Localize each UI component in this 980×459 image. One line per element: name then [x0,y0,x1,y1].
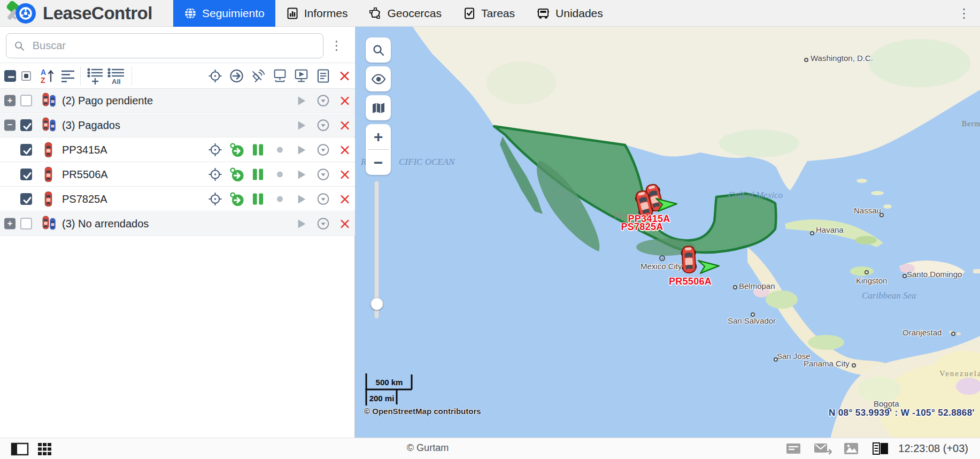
map-search-button[interactable] [366,37,391,63]
tab-label: Tareas [481,7,515,20]
selection-mode-checkbox[interactable] [21,71,31,81]
app-title: LeaseControl [43,3,152,24]
unit-marker-pr5506a[interactable] [681,246,697,273]
unit-menu-icon[interactable] [316,167,330,182]
ca-green-patch [766,290,798,309]
media-icon[interactable] [844,442,859,455]
unit-row[interactable]: PS7825A [0,187,355,211]
search-input[interactable] [32,39,315,52]
tab-unidades[interactable]: Unidades [526,0,614,27]
remove-unit-icon[interactable] [337,192,352,206]
notifications-panel-icon[interactable] [786,442,801,455]
unit-name[interactable]: PS7825A [62,193,107,205]
tab-label: Unidades [555,7,603,20]
locate-all-icon[interactable] [208,68,222,83]
jamaica [850,266,874,276]
remove-unit-icon[interactable] [337,167,352,182]
group-row[interactable]: + (3) No arrendados [0,212,355,236]
tab-label: Seguimiento [202,7,265,20]
group-menu-icon[interactable] [316,118,330,133]
map-graphics [355,27,980,438]
group-menu-icon[interactable] [316,217,330,231]
list-view-icon[interactable] [60,68,76,84]
unit-play-icon[interactable] [294,192,308,206]
monitor-play-icon[interactable] [294,68,308,83]
sort-az-icon[interactable]: A Z [38,67,56,85]
layout-split-icon[interactable] [873,442,889,455]
group-row[interactable]: − (3) Pagados [0,113,355,137]
motion-state-icon [229,143,244,157]
top-bar: LeaseControl Seguimiento Informes [0,0,980,27]
map-visibility-button[interactable] [366,66,391,91]
remove-group-icon[interactable] [337,217,352,231]
expand-group-button[interactable]: + [4,95,16,106]
toggle-left-panel-icon[interactable] [11,442,29,456]
eye-icon [371,73,386,85]
unit-play-icon[interactable] [294,143,308,157]
apps-grid-icon[interactable] [37,442,52,456]
remove-unit-icon[interactable] [337,143,352,157]
unit-play-icon[interactable] [294,167,308,182]
group-name[interactable]: (2) Pago pendiente [62,95,153,107]
clear-list-icon[interactable] [337,68,352,83]
ca-green-patch [808,335,844,350]
group-row[interactable]: + (2) Pago pendiente [0,89,355,113]
map-layers-button[interactable] [366,95,391,120]
unit-checkbox[interactable] [20,144,32,156]
panel-kebab-menu-icon[interactable]: ⋮ [330,39,343,53]
unit-name[interactable]: PR5506A [62,169,108,181]
map-canvas[interactable] [355,27,980,438]
add-to-list-icon[interactable] [87,67,104,85]
unit-checkbox[interactable] [20,193,32,205]
group-play-icon[interactable] [294,217,308,231]
unit-menu-icon[interactable] [316,192,330,206]
zoom-in-button[interactable]: + [366,124,391,149]
svg-text:Z: Z [41,76,45,85]
kebab-menu-icon[interactable]: ⋮ [958,6,970,21]
ca-pink-patch [753,286,769,297]
unit-row[interactable]: PR5506A [0,163,355,187]
unit-checkbox[interactable] [20,169,32,180]
unit-menu-icon[interactable] [316,143,330,157]
group-play-icon[interactable] [294,94,308,108]
puerto-rico [973,269,980,273]
collapse-group-button[interactable]: − [4,120,16,131]
locate-unit-icon[interactable] [208,143,222,157]
select-all-checkbox[interactable] [4,70,16,82]
remove-group-icon[interactable] [337,94,352,108]
us-forest-patch [719,129,799,157]
search-box[interactable] [6,33,323,58]
tab-tareas[interactable]: Tareas [452,0,526,27]
locate-unit-icon[interactable] [208,192,222,206]
aruba [949,331,953,334]
locate-unit-icon[interactable] [208,167,222,182]
bahamas [871,191,884,195]
add-all-to-list-icon[interactable]: All [107,67,125,85]
group-play-icon[interactable] [294,118,308,133]
clock: 12:23:08 (+03) [898,442,968,455]
zoom-out-button[interactable]: − [366,150,391,175]
monitor-network-icon[interactable] [273,68,287,83]
tab-informes[interactable]: Informes [275,0,359,27]
copyright: © Gurtam [407,442,449,454]
follow-all-icon[interactable] [229,68,244,83]
zoom-slider-handle[interactable] [371,297,383,310]
group-menu-icon[interactable] [316,94,330,108]
no-signal-icon[interactable] [251,68,265,83]
messages-icon[interactable] [814,442,832,455]
group-checkbox[interactable] [20,119,32,131]
tab-seguimiento[interactable]: Seguimiento [173,0,275,27]
group-name[interactable]: (3) No arrendados [62,218,149,230]
group-name[interactable]: (3) Pagados [62,119,120,132]
expand-group-button[interactable]: + [4,218,16,230]
remove-group-icon[interactable] [337,118,352,133]
connection-dot-icon [273,167,287,182]
group-checkbox[interactable] [20,95,32,106]
map-scale-bar: 500 km 200 mi [364,372,428,408]
search-icon [372,44,385,57]
jobs-icon[interactable] [316,68,330,83]
tab-geocercas[interactable]: Geocercas [358,0,452,27]
group-checkbox[interactable] [20,218,32,230]
unit-row[interactable]: PP3415A [0,138,355,162]
unit-name[interactable]: PP3415A [62,144,107,156]
